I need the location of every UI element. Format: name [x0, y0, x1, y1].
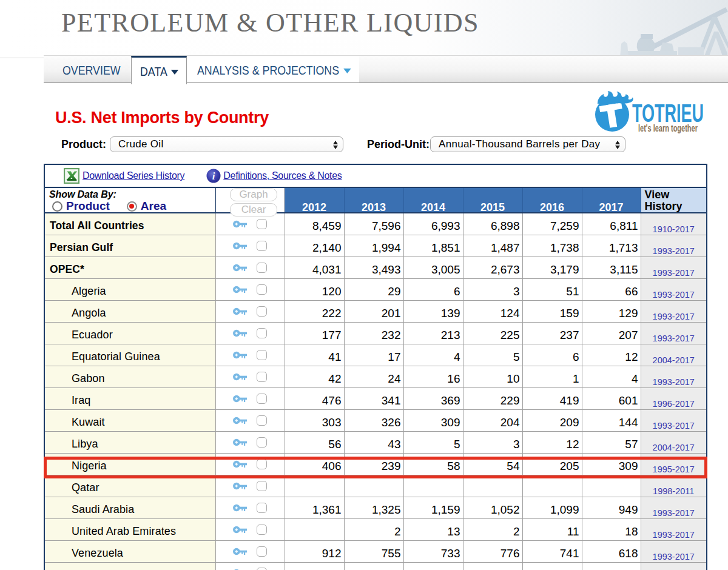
svg-text:let's learn together: let's learn together	[638, 123, 698, 133]
svg-text:i: i	[212, 170, 215, 182]
